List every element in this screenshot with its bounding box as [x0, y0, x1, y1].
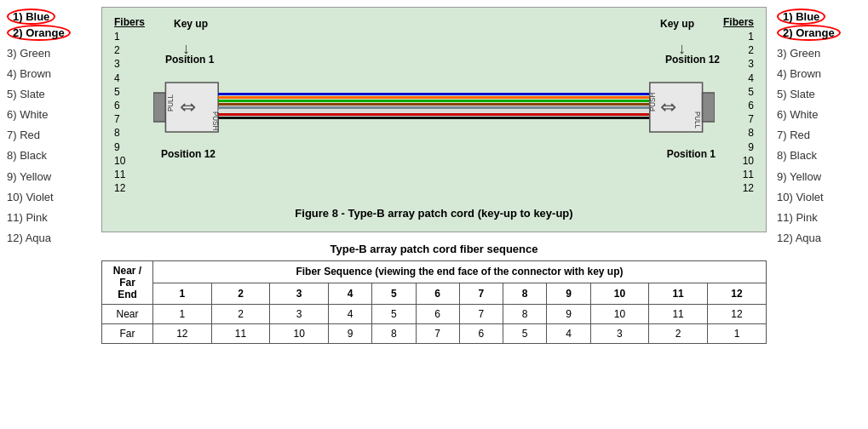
fibers-left-title: Fibers: [114, 16, 145, 28]
figure-caption: Figure 8 - Type-B array patch cord (key-…: [114, 207, 754, 220]
right-fiber-4: 4) Brown: [777, 65, 861, 83]
connector-svg: PULL ⇔ PUSH: [153, 69, 715, 146]
near-v6: 6: [416, 305, 459, 324]
far-v2: 11: [211, 324, 270, 344]
left-fiber-6: 6) White: [7, 106, 91, 124]
position12-right-label: Position 12: [665, 54, 720, 66]
svg-text:⇔: ⇔: [660, 96, 675, 117]
near-v4: 4: [329, 305, 372, 324]
left-fiber-7: 7) Red: [7, 126, 91, 145]
fnr-3: 3: [723, 57, 754, 71]
right-fiber-1-badge: 1) Blue: [777, 9, 825, 25]
fn-7: 7: [114, 112, 145, 126]
table-header-row: Near /FarEnd Fiber Sequence (viewing the…: [102, 261, 767, 283]
svg-rect-5: [218, 93, 650, 95]
near-far-header: Near /FarEnd: [102, 261, 153, 305]
fn-10: 10: [114, 154, 145, 168]
fibers-left-column: Fibers 1 2 3 4 5 6 7 8 9 10 11 12: [114, 16, 145, 195]
left-fiber-10: 10) Violet: [7, 188, 91, 207]
far-v7: 6: [459, 324, 503, 344]
col-7: 7: [459, 283, 503, 305]
fnr-9: 9: [723, 140, 754, 154]
near-v5: 5: [372, 305, 416, 324]
fnr-10: 10: [723, 154, 754, 168]
far-v8: 5: [503, 324, 547, 344]
svg-rect-11: [218, 113, 650, 116]
near-v3: 3: [270, 305, 329, 324]
svg-rect-12: [218, 117, 650, 119]
right-fiber-7: 7) Red: [777, 126, 861, 145]
page-container: 1) Blue 2) Orange 3) Green 4) Brown 5) S…: [0, 0, 868, 429]
right-fiber-3: 3) Green: [777, 44, 861, 63]
fnr-2: 2: [723, 43, 754, 57]
left-fiber-5: 5) Slate: [7, 85, 91, 104]
near-v9: 9: [547, 305, 590, 324]
svg-rect-10: [218, 110, 650, 112]
fn-1: 1: [114, 30, 145, 43]
col-8: 8: [503, 283, 547, 305]
fn-4: 4: [114, 72, 145, 85]
svg-text:PUSH: PUSH: [649, 93, 657, 112]
right-fiber-9: 9) Yellow: [777, 168, 861, 186]
fnr-5: 5: [723, 85, 754, 99]
fnr-12: 12: [723, 181, 754, 195]
right-fiber-8: 8) Black: [777, 146, 861, 165]
far-v6: 7: [416, 324, 459, 344]
fn-9: 9: [114, 140, 145, 154]
col-3: 3: [270, 283, 329, 305]
right-sidebar: 1) Blue 2) Orange 3) Green 4) Brown 5) S…: [770, 0, 868, 429]
right-fiber-2-badge: 2) Orange: [777, 25, 841, 41]
connector-assembly: PULL ⇔ PUSH: [153, 69, 715, 146]
far-v12: 1: [707, 324, 766, 344]
diagram-inner: Fibers 1 2 3 4 5 6 7 8 9 10 11 12: [114, 16, 754, 203]
fnr-7: 7: [723, 112, 754, 126]
fiber-numbers-left: 1 2 3 4 5 6 7 8 9 10 11 12: [114, 30, 145, 195]
col-4: 4: [329, 283, 372, 305]
fiber-numbers-right: 1 2 3 4 5 6 7 8 9 10 11 12: [723, 30, 754, 195]
far-v9: 4: [547, 324, 590, 344]
sequence-header: Fiber Sequence (viewing the end face of …: [153, 261, 767, 283]
svg-rect-8: [218, 103, 650, 106]
table-title: Type-B array patch cord fiber sequence: [101, 243, 767, 255]
left-sidebar: 1) Blue 2) Orange 3) Green 4) Brown 5) S…: [0, 0, 98, 429]
fibers-right-column: Fibers 1 2 3 4 5 6 7 8 9 10 11 12: [723, 16, 754, 195]
near-label: Near: [102, 305, 153, 324]
fnr-11: 11: [723, 168, 754, 181]
far-v4: 9: [329, 324, 372, 344]
col-10: 10: [590, 283, 649, 305]
main-content: Fibers 1 2 3 4 5 6 7 8 9 10 11 12: [98, 0, 770, 429]
fnr-4: 4: [723, 72, 754, 85]
fiber-table: Near /FarEnd Fiber Sequence (viewing the…: [101, 260, 767, 344]
left-fiber-12: 12) Aqua: [7, 229, 91, 248]
near-v1: 1: [153, 305, 212, 324]
far-v11: 2: [649, 324, 708, 344]
col-1: 1: [153, 283, 212, 305]
fn-12: 12: [114, 181, 145, 195]
svg-text:PULL: PULL: [693, 112, 701, 129]
col-2: 2: [211, 283, 270, 305]
key-up-right-label: Key up: [660, 18, 694, 30]
far-v1: 12: [153, 324, 212, 344]
right-fiber-5: 5) Slate: [777, 85, 861, 104]
key-up-left-label: Key up: [174, 18, 208, 30]
right-fiber-2: 2) Orange: [777, 25, 861, 41]
right-fiber-11: 11) Pink: [777, 209, 861, 227]
far-label: Far: [102, 324, 153, 344]
left-fiber-1-badge: 1) Blue: [7, 9, 55, 25]
near-v10: 10: [590, 305, 649, 324]
svg-rect-17: [703, 93, 715, 122]
left-fiber-3: 3) Green: [7, 44, 91, 63]
table-section: Type-B array patch cord fiber sequence N…: [101, 243, 767, 344]
diagram-area: Fibers 1 2 3 4 5 6 7 8 9 10 11 12: [101, 7, 767, 232]
fnr-8: 8: [723, 126, 754, 140]
fnr-1: 1: [723, 30, 754, 43]
near-v8: 8: [503, 305, 547, 324]
col-5: 5: [372, 283, 416, 305]
right-fiber-6: 6) White: [777, 106, 861, 124]
col-12: 12: [707, 283, 766, 305]
svg-text:PUSH: PUSH: [211, 112, 219, 130]
svg-rect-6: [218, 96, 650, 99]
left-fiber-2: 2) Orange: [7, 25, 91, 41]
svg-rect-7: [218, 100, 650, 102]
near-v7: 7: [459, 305, 503, 324]
